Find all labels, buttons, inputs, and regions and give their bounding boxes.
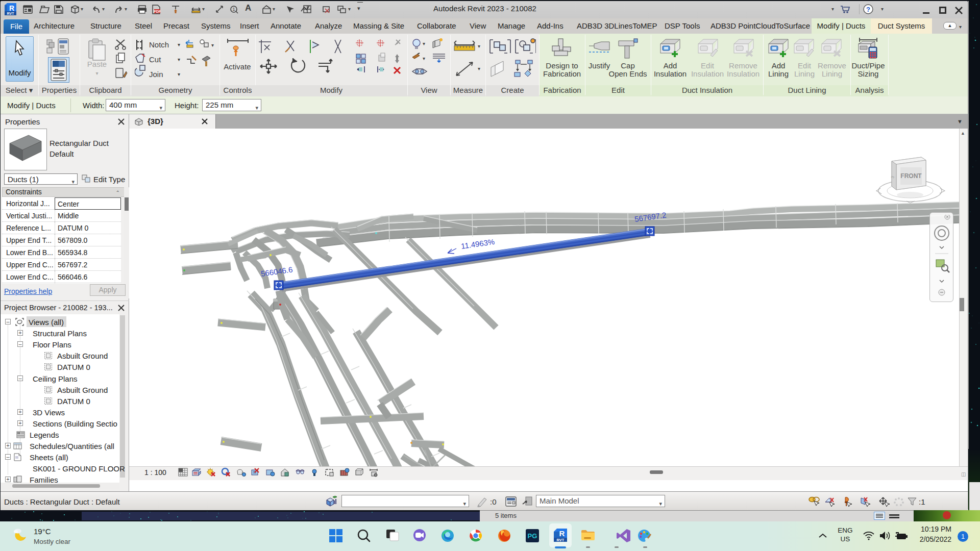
svg-text:1: 1 bbox=[232, 7, 235, 12]
svg-text:R: R bbox=[559, 529, 565, 538]
svg-text:RVT: RVT bbox=[557, 538, 565, 542]
svg-text:FRONT: FRONT bbox=[900, 172, 922, 180]
svg-text:R: R bbox=[9, 4, 14, 12]
svg-text:▾: ▾ bbox=[478, 43, 480, 49]
svg-text:▾: ▾ bbox=[478, 66, 480, 71]
svg-text:▾: ▾ bbox=[423, 41, 425, 46]
svg-text:?: ? bbox=[866, 6, 870, 13]
svg-text:PDF: PDF bbox=[154, 10, 161, 13]
svg-text:PG: PG bbox=[528, 532, 537, 540]
svg-text:▾: ▾ bbox=[423, 56, 425, 61]
svg-text:RVT: RVT bbox=[7, 12, 15, 15]
svg-text:11.4963%: 11.4963% bbox=[460, 237, 495, 251]
svg-text:▾: ▾ bbox=[211, 42, 214, 48]
svg-text:566046.6: 566046.6 bbox=[260, 265, 293, 278]
